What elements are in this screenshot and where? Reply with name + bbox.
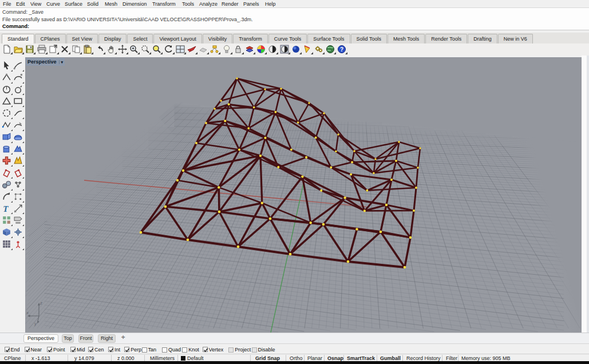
svg-text:y: y	[34, 321, 37, 326]
svg-text:x: x	[26, 310, 29, 315]
svg-text:z: z	[39, 300, 42, 306]
svg-text:?: ?	[340, 46, 343, 53]
svg-text:T: T	[3, 204, 9, 213]
